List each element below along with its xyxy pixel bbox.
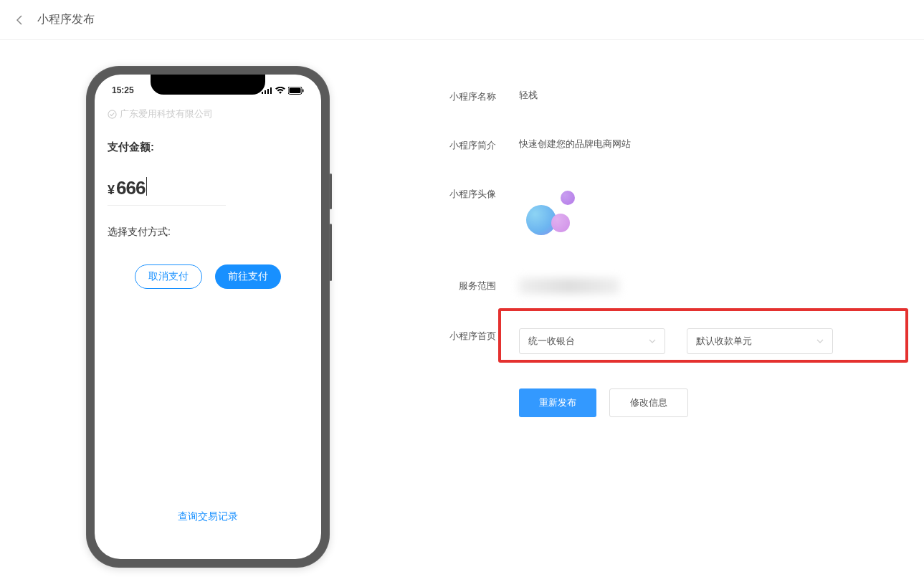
name-label: 小程序名称 (416, 89, 496, 103)
amount-field[interactable]: ¥ 666 (108, 176, 226, 206)
page-title: 小程序发布 (37, 12, 95, 27)
select-value: 统一收银台 (528, 335, 575, 348)
phone-notch (151, 75, 265, 95)
select-pay-label: 选择支付方式: (108, 226, 308, 239)
desc-value: 快速创建您的品牌电商网站 (496, 138, 631, 151)
phone-mockup: 15:25 广东爱用科技有限公司 支付金额: ¥ 666 (86, 66, 330, 568)
svg-rect-3 (270, 87, 272, 94)
homepage-select-2[interactable]: 默认收款单元 (687, 328, 833, 354)
status-time: 15:25 (112, 85, 134, 95)
avatar-label: 小程序头像 (416, 186, 496, 201)
edit-info-button[interactable]: 修改信息 (609, 388, 688, 417)
verified-icon (108, 110, 117, 119)
battery-icon (288, 87, 304, 95)
svg-point-7 (108, 110, 116, 118)
service-label: 服务范围 (416, 278, 496, 292)
chevron-down-icon (816, 339, 824, 343)
svg-rect-0 (262, 92, 263, 94)
chevron-down-icon (649, 339, 656, 343)
back-arrow-icon[interactable] (14, 14, 26, 26)
homepage-select-1[interactable]: 统一收银台 (519, 328, 665, 354)
svg-rect-1 (265, 90, 266, 94)
amount-value: 666 (116, 177, 145, 199)
homepage-label: 小程序首页 (416, 328, 496, 343)
desc-label: 小程序简介 (416, 138, 496, 152)
currency-symbol: ¥ (108, 183, 115, 198)
status-icons (262, 87, 304, 95)
wifi-icon (275, 87, 285, 94)
svg-rect-6 (303, 89, 304, 92)
service-value-blurred (519, 278, 619, 294)
republish-button[interactable]: 重新发布 (519, 388, 596, 417)
avatar-image (519, 186, 584, 244)
company-name: 广东爱用科技有限公司 (120, 108, 213, 120)
svg-rect-2 (267, 89, 269, 94)
pay-amount-label: 支付金额: (108, 140, 308, 154)
name-value: 轻栈 (496, 89, 538, 102)
records-link[interactable]: 查询交易记录 (95, 510, 321, 523)
select-value: 默认收款单元 (696, 335, 752, 348)
svg-rect-5 (290, 87, 301, 93)
go-pay-button[interactable]: 前往支付 (215, 264, 281, 289)
cancel-pay-button[interactable]: 取消支付 (135, 264, 202, 289)
